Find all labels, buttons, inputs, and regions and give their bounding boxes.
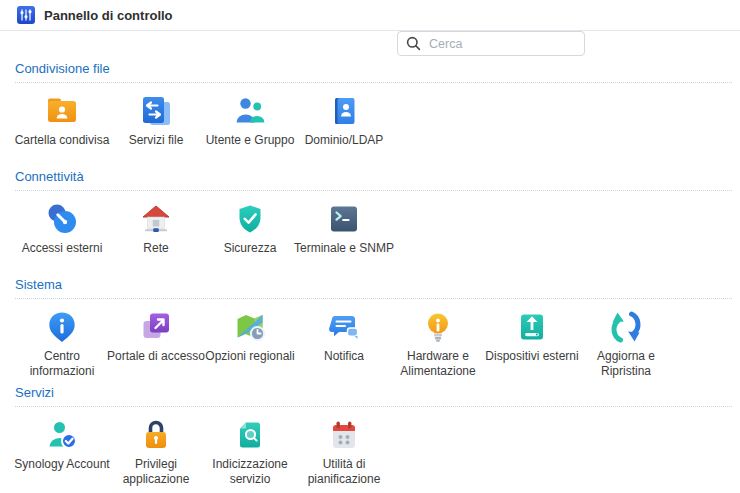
regional-options-icon: [232, 309, 268, 345]
panel-item[interactable]: Utente e Gruppo: [203, 93, 297, 163]
panel-item-icon-slot: [44, 93, 80, 129]
panel-item[interactable]: Dispositivi esterni: [485, 309, 579, 379]
control-panel-icon: [17, 6, 35, 24]
control-panel-window: Pannello di controllo Condivisione file …: [0, 0, 740, 493]
panel-item-label: Dispositivi esterni: [480, 349, 584, 364]
section-row: Synology Account Privilegi applicazione …: [15, 407, 732, 487]
section-row: Accessi esterni Rete Sicurezza Terminale…: [15, 191, 732, 271]
panel-item[interactable]: Notifica: [297, 309, 391, 379]
panel-item-label: Rete: [104, 241, 208, 256]
panel-item-label: Hardware e Alimentazione: [386, 349, 490, 379]
panel-item[interactable]: Synology Account: [15, 417, 109, 487]
panel-item-label: Notifica: [292, 349, 396, 364]
panel-item-label: Accessi esterni: [10, 241, 114, 256]
panel-item[interactable]: Terminale e SNMP: [297, 201, 391, 271]
panel-item[interactable]: Hardware e Alimentazione: [391, 309, 485, 379]
domain-ldap-icon: [326, 93, 362, 129]
panel-item-icon-slot: [232, 309, 268, 345]
panel-item-label: Privilegi applicazione: [104, 457, 208, 487]
info-center-icon: [44, 309, 80, 345]
panel-item-icon-slot: [44, 309, 80, 345]
panel-item-icon-slot: [138, 417, 174, 453]
panel-item-icon-slot: [232, 201, 268, 237]
network-icon: [138, 201, 174, 237]
security-icon: [232, 201, 268, 237]
panel-item[interactable]: Centro informazioni: [15, 309, 109, 379]
hardware-power-icon: [420, 309, 456, 345]
panel-item-icon-slot: [326, 93, 362, 129]
panel-item-label: Centro informazioni: [10, 349, 114, 379]
section-row: Centro informazioni Portale di accesso O…: [15, 299, 732, 379]
panel-item-icon-slot: [326, 417, 362, 453]
section-title: Sistema: [15, 277, 732, 299]
panel-item[interactable]: Sicurezza: [203, 201, 297, 271]
panel-item-label: Sicurezza: [198, 241, 302, 256]
section-title: Servizi: [15, 385, 732, 407]
panel-item-label: Terminale e SNMP: [292, 241, 396, 256]
section: Servizi Synology Account Privilegi appli…: [15, 385, 732, 487]
panel-item-label: Utilità di pianificazione: [292, 457, 396, 487]
panel-item-icon-slot: [44, 201, 80, 237]
service-indexing-icon: [232, 417, 268, 453]
section-row: Cartella condivisa Servizi file Utente e…: [15, 83, 732, 163]
panel-item[interactable]: Portale di accesso: [109, 309, 203, 379]
task-scheduler-icon: [326, 417, 362, 453]
section: Connettività Accessi esterni Rete Sicure…: [15, 169, 732, 271]
panel-item-icon-slot: [420, 309, 456, 345]
panel-item[interactable]: Indicizzazione servizio: [203, 417, 297, 487]
panel-item-label: Synology Account: [10, 457, 114, 472]
search-input[interactable]: [427, 36, 576, 52]
panel-item[interactable]: Privilegi applicazione: [109, 417, 203, 487]
panel-item-icon-slot: [326, 201, 362, 237]
search-icon: [406, 36, 421, 51]
panel-item[interactable]: Aggiorna e Ripristina: [579, 309, 673, 379]
panel-item[interactable]: Utilità di pianificazione: [297, 417, 391, 487]
panel-item-icon-slot: [514, 309, 550, 345]
shared-folder-icon: [44, 93, 80, 129]
panel-item-icon-slot: [138, 201, 174, 237]
external-devices-icon: [514, 309, 550, 345]
panel-item-label: Dominio/LDAP: [292, 133, 396, 148]
page-title: Pannello di controllo: [44, 8, 173, 23]
panel-item-icon-slot: [138, 309, 174, 345]
panel-item[interactable]: Accessi esterni: [15, 201, 109, 271]
sections: Condivisione file Cartella condivisa Ser…: [0, 61, 740, 487]
panel-item-icon-slot: [326, 309, 362, 345]
panel-item[interactable]: Opzioni regionali: [203, 309, 297, 379]
panel-item[interactable]: Rete: [109, 201, 203, 271]
panel-item-label: Aggiorna e Ripristina: [574, 349, 678, 379]
login-portal-icon: [138, 309, 174, 345]
section-title: Condivisione file: [15, 61, 732, 83]
panel-item-icon-slot: [44, 417, 80, 453]
panel-item[interactable]: Servizi file: [109, 93, 203, 163]
search-box[interactable]: [397, 31, 585, 56]
terminal-snmp-icon: [326, 201, 362, 237]
panel-item-icon-slot: [232, 417, 268, 453]
titlebar: Pannello di controllo: [0, 0, 740, 31]
panel-item-label: Utente e Gruppo: [198, 133, 302, 148]
panel-item[interactable]: Dominio/LDAP: [297, 93, 391, 163]
update-restore-icon: [608, 309, 644, 345]
panel-item-icon-slot: [608, 309, 644, 345]
panel-item-icon-slot: [138, 93, 174, 129]
notification-icon: [326, 309, 362, 345]
app-privileges-icon: [138, 417, 174, 453]
section: Sistema Centro informazioni Portale di a…: [15, 277, 732, 379]
user-group-icon: [232, 93, 268, 129]
panel-item-label: Indicizzazione servizio: [198, 457, 302, 487]
external-access-icon: [44, 201, 80, 237]
panel-item-label: Servizi file: [104, 133, 208, 148]
panel-item[interactable]: Cartella condivisa: [15, 93, 109, 163]
panel-item-label: Cartella condivisa: [10, 133, 114, 148]
section-title: Connettività: [15, 169, 732, 191]
panel-item-label: Portale di accesso: [104, 349, 208, 364]
panel-item-label: Opzioni regionali: [198, 349, 302, 364]
file-services-icon: [138, 93, 174, 129]
section: Condivisione file Cartella condivisa Ser…: [15, 61, 732, 163]
synology-account-icon: [44, 417, 80, 453]
panel-item-icon-slot: [232, 93, 268, 129]
